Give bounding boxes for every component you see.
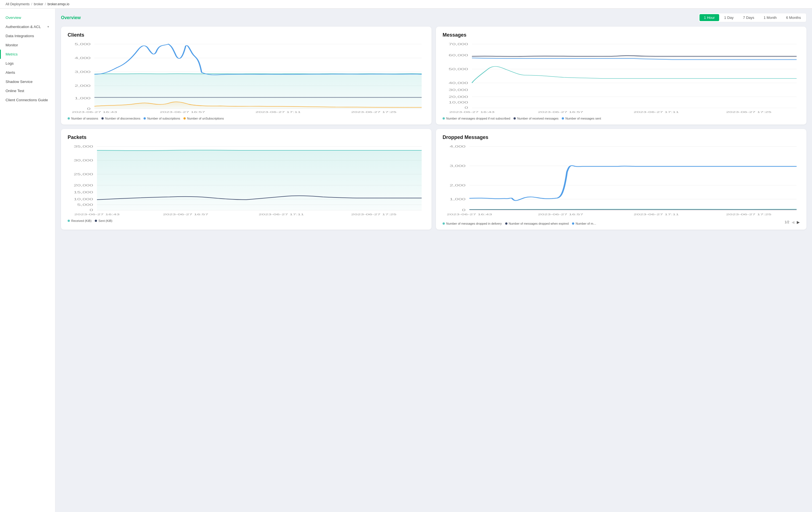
svg-text:2023-06-27 16:57: 2023-06-27 16:57 bbox=[160, 111, 205, 113]
time-btn-1hour[interactable]: 1 Hour bbox=[699, 14, 719, 21]
legend-disconnections-dot bbox=[102, 117, 104, 119]
clients-chart-area: 5,000 4,000 3,000 2,000 1,000 0 bbox=[68, 42, 425, 114]
legend-drop-delivery-dot bbox=[442, 222, 445, 225]
packets-svg: 35,000 30,000 25,000 20,000 15,000 10,00… bbox=[68, 144, 425, 216]
legend-msg-received-label: Number of received messages bbox=[517, 117, 558, 120]
sidebar-item-shadow-service[interactable]: Shadow Service bbox=[0, 77, 55, 86]
sidebar-item-data-integrations[interactable]: Data Integrations bbox=[0, 31, 55, 41]
clients-legend: Number of sessions Number of disconnecti… bbox=[68, 117, 425, 120]
svg-text:30,000: 30,000 bbox=[449, 88, 468, 91]
time-btn-1month[interactable]: 1 Month bbox=[759, 14, 781, 21]
sidebar-item-overview-label: Overview bbox=[5, 16, 21, 20]
sidebar-item-logs[interactable]: Logs bbox=[0, 59, 55, 68]
svg-text:2023-06-27 17:25: 2023-06-27 17:25 bbox=[351, 213, 397, 216]
packets-legend: Received (KiB) Sent (KiB) bbox=[68, 219, 425, 222]
main-layout: Overview Authentication & ACL ▼ Data Int… bbox=[0, 8, 812, 512]
legend-msg-sent-dot bbox=[562, 117, 564, 119]
legend-sent-kib: Sent (KiB) bbox=[95, 219, 112, 222]
svg-text:2023-06-27 16:43: 2023-06-27 16:43 bbox=[72, 111, 117, 113]
svg-text:4,000: 4,000 bbox=[75, 57, 91, 60]
time-filter: 1 Hour 1 Day 7 Days 1 Month 6 Months bbox=[698, 13, 807, 22]
legend-drop-other-dot bbox=[572, 222, 574, 225]
svg-text:2023-06-27 16:57: 2023-06-27 16:57 bbox=[163, 213, 208, 216]
legend-msg-dropped-label: Number of messages dropped if not subscr… bbox=[446, 117, 510, 120]
sidebar-item-online-test[interactable]: Online Test bbox=[0, 86, 55, 96]
svg-text:0: 0 bbox=[462, 209, 466, 212]
time-btn-7days[interactable]: 7 Days bbox=[738, 14, 758, 21]
pagination-prev-button[interactable]: ◀ bbox=[791, 220, 794, 224]
svg-text:50,000: 50,000 bbox=[449, 68, 468, 71]
svg-text:2023-06-27 17:25: 2023-06-27 17:25 bbox=[726, 111, 772, 113]
time-btn-6months[interactable]: 6 Months bbox=[782, 14, 805, 21]
svg-text:2,000: 2,000 bbox=[450, 184, 466, 187]
legend-drop-expired-dot bbox=[505, 222, 508, 225]
svg-text:10,000: 10,000 bbox=[74, 198, 93, 201]
svg-text:2023-06-27 16:43: 2023-06-27 16:43 bbox=[74, 213, 120, 216]
svg-text:25,000: 25,000 bbox=[74, 173, 93, 176]
charts-grid: Clients 5,000 4,000 3,000 2,000 1,000 0 bbox=[61, 27, 807, 230]
legend-msg-sent-label: Number of messages sent bbox=[566, 117, 601, 120]
svg-text:2023-06-27 17:25: 2023-06-27 17:25 bbox=[726, 213, 772, 216]
legend-unsubscriptions: Number of unSubscriptions bbox=[183, 117, 224, 120]
sidebar-item-shadow-service-label: Shadow Service bbox=[5, 80, 33, 84]
sidebar-item-overview[interactable]: Overview bbox=[0, 13, 55, 22]
time-btn-1day[interactable]: 1 Day bbox=[720, 14, 738, 21]
svg-text:60,000: 60,000 bbox=[449, 54, 468, 57]
sidebar-item-alerts[interactable]: Alerts bbox=[0, 68, 55, 77]
packets-chart-card: Packets 35,000 30,000 25,000 20,000 15,0… bbox=[61, 129, 432, 230]
sidebar-item-monitor[interactable]: Monitor bbox=[0, 41, 55, 50]
pagination-label: 1/2 bbox=[785, 220, 789, 224]
breadcrumb-part-1[interactable]: All Deployments bbox=[5, 2, 30, 6]
svg-text:2023-06-27 17:11: 2023-06-27 17:11 bbox=[259, 213, 304, 216]
legend-sessions: Number of sessions bbox=[68, 117, 98, 120]
svg-text:2023-06-27 16:57: 2023-06-27 16:57 bbox=[538, 213, 583, 216]
sidebar-item-online-test-label: Online Test bbox=[5, 89, 24, 93]
breadcrumb: All Deployments / broker / broker.emqx.i… bbox=[0, 0, 812, 8]
svg-text:2,000: 2,000 bbox=[75, 84, 91, 87]
svg-text:1,000: 1,000 bbox=[450, 198, 466, 201]
svg-text:30,000: 30,000 bbox=[74, 159, 93, 162]
clients-chart-title: Clients bbox=[68, 32, 425, 38]
sidebar-item-metrics[interactable]: Metrics bbox=[0, 50, 55, 59]
sidebar-item-client-connections[interactable]: Client Connections Guide bbox=[0, 96, 55, 105]
sidebar-item-logs-label: Logs bbox=[5, 61, 13, 65]
sidebar-item-auth[interactable]: Authentication & ACL ▼ bbox=[0, 22, 55, 31]
packets-chart-title: Packets bbox=[68, 135, 425, 140]
svg-text:20,000: 20,000 bbox=[449, 96, 468, 99]
packets-chart-area: 35,000 30,000 25,000 20,000 15,000 10,00… bbox=[68, 144, 425, 216]
legend-subscriptions-label: Number of subscriptions bbox=[147, 117, 180, 120]
legend-unsubscriptions-dot bbox=[183, 117, 186, 119]
legend-sessions-dot bbox=[68, 117, 70, 119]
svg-text:0: 0 bbox=[464, 106, 468, 109]
svg-text:35,000: 35,000 bbox=[74, 145, 93, 148]
legend-sent-kib-dot bbox=[95, 220, 97, 222]
pagination-next-button[interactable]: ▶ bbox=[797, 220, 800, 224]
legend-subscriptions-dot bbox=[144, 117, 146, 119]
sidebar-item-monitor-label: Monitor bbox=[5, 43, 18, 47]
messages-chart-title: Messages bbox=[442, 32, 800, 38]
sidebar: Overview Authentication & ACL ▼ Data Int… bbox=[0, 8, 55, 512]
messages-svg: 70,000 60,000 50,000 40,000 30,000 20,00… bbox=[442, 42, 800, 114]
legend-drop-expired: Number of messages dropped when expired bbox=[505, 222, 569, 225]
svg-text:1,000: 1,000 bbox=[75, 97, 91, 100]
svg-text:3,000: 3,000 bbox=[75, 71, 91, 74]
legend-unsubscriptions-label: Number of unSubscriptions bbox=[187, 117, 224, 120]
messages-chart-card: Messages 70,000 60,000 50,000 40,000 30,… bbox=[436, 27, 807, 125]
svg-text:40,000: 40,000 bbox=[449, 82, 468, 85]
legend-msg-received: Number of received messages bbox=[514, 117, 558, 120]
svg-text:4,000: 4,000 bbox=[450, 145, 466, 148]
sidebar-item-data-integrations-label: Data Integrations bbox=[5, 34, 34, 38]
svg-text:15,000: 15,000 bbox=[74, 191, 93, 194]
legend-drop-delivery: Number of messages dropped in delivery bbox=[442, 222, 502, 225]
dropped-messages-chart-title: Dropped Messages bbox=[442, 135, 800, 140]
legend-msg-dropped: Number of messages dropped if not subscr… bbox=[442, 117, 510, 120]
breadcrumb-part-2[interactable]: broker bbox=[34, 2, 43, 6]
svg-text:3,000: 3,000 bbox=[450, 164, 466, 167]
page-title: Overview bbox=[61, 15, 81, 20]
clients-svg: 5,000 4,000 3,000 2,000 1,000 0 bbox=[68, 42, 425, 114]
legend-disconnections: Number of disconnections bbox=[102, 117, 140, 120]
svg-text:2023-06-27 17:11: 2023-06-27 17:11 bbox=[256, 111, 301, 113]
dropped-messages-chart-area: 4,000 3,000 2,000 1,000 0 bbox=[442, 144, 800, 216]
app-layout: All Deployments / broker / broker.emqx.i… bbox=[0, 0, 812, 512]
svg-text:2023-06-27 16:57: 2023-06-27 16:57 bbox=[538, 111, 583, 113]
